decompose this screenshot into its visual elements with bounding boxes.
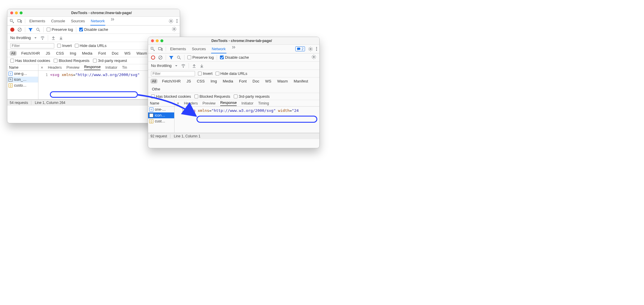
type-fetch-xhr[interactable]: Fetch/XHR	[20, 51, 41, 56]
wifi-icon[interactable]	[40, 36, 45, 40]
record-icon[interactable]	[10, 28, 14, 32]
tab-elements[interactable]: Elements	[29, 17, 46, 25]
preserve-log-checkbox[interactable]: Preserve log	[47, 27, 73, 32]
type-wasm[interactable]: Wasm	[276, 79, 289, 84]
invert-checkbox[interactable]: Invert	[198, 71, 213, 76]
device-toggle-icon[interactable]	[17, 19, 22, 23]
zoom-icon[interactable]	[20, 11, 23, 14]
minimize-icon[interactable]	[15, 11, 18, 14]
table-row[interactable]: ≡one-g…	[7, 71, 38, 77]
inspect-icon[interactable]	[150, 47, 155, 51]
tab-network[interactable]: Network	[211, 45, 226, 53]
search-icon[interactable]	[177, 55, 181, 60]
detail-tab-headers[interactable]: Headers	[184, 101, 198, 105]
type-css[interactable]: CSS	[55, 51, 65, 56]
blocked-cookies-checkbox[interactable]: Has blocked cookies	[151, 94, 191, 99]
blocked-cookies-checkbox[interactable]: Has blocked cookies	[10, 58, 50, 63]
detail-tab-timing[interactable]: Tin	[122, 65, 127, 70]
table-row[interactable]: ✎icon…	[148, 112, 174, 118]
wifi-icon[interactable]	[181, 63, 186, 68]
upload-icon[interactable]	[51, 36, 56, 40]
type-media[interactable]: Media	[221, 79, 235, 84]
disable-cache-checkbox[interactable]: Disable cache	[79, 27, 108, 32]
more-tabs-icon[interactable]	[231, 45, 236, 50]
detail-tab-preview[interactable]: Preview	[202, 101, 215, 105]
type-wasm[interactable]: Wasm	[135, 51, 148, 56]
download-icon[interactable]	[199, 63, 204, 68]
detail-tab-response[interactable]: Response	[220, 101, 237, 106]
tab-sources[interactable]: Sources	[191, 45, 206, 53]
thirdparty-checkbox[interactable]: 3rd-party requests	[234, 94, 270, 99]
caret-down-icon[interactable]	[34, 36, 37, 40]
kebab-menu-icon[interactable]	[316, 47, 317, 51]
type-manifest[interactable]: Manifest	[292, 79, 309, 84]
disable-cache-checkbox[interactable]: Disable cache	[220, 55, 249, 60]
detail-tab-headers[interactable]: Headers	[48, 65, 62, 70]
filter-input[interactable]	[151, 71, 195, 76]
type-doc[interactable]: Doc	[110, 51, 120, 56]
type-media[interactable]: Media	[81, 51, 94, 56]
tab-console[interactable]: Console	[50, 17, 66, 25]
type-font[interactable]: Font	[238, 79, 248, 84]
device-toggle-icon[interactable]	[158, 47, 163, 51]
tab-network[interactable]: Network	[90, 17, 106, 26]
thirdparty-checkbox[interactable]: 3rd-party request	[93, 58, 127, 63]
type-all[interactable]: All	[10, 51, 17, 56]
detail-tab-initiator[interactable]: Initiator	[241, 101, 253, 105]
name-column-header[interactable]: Name	[148, 100, 174, 107]
kebab-menu-icon[interactable]	[177, 19, 177, 23]
search-icon[interactable]	[36, 27, 40, 32]
hide-data-urls-checkbox[interactable]: Hide data URLs	[216, 71, 248, 76]
throttling-select[interactable]: No throttling	[10, 36, 31, 40]
issues-badge[interactable]: 2	[295, 46, 305, 51]
type-img[interactable]: Img	[68, 51, 78, 56]
type-font[interactable]: Font	[97, 51, 107, 56]
table-row[interactable]: ≡one-…	[148, 107, 174, 112]
tab-sources[interactable]: Sources	[70, 17, 86, 25]
name-column-header[interactable]: Name	[7, 64, 38, 71]
type-css[interactable]: CSS	[195, 79, 206, 84]
close-icon[interactable]	[10, 11, 13, 14]
type-js[interactable]: JS	[44, 51, 52, 56]
filter-icon[interactable]	[169, 55, 174, 60]
clear-icon[interactable]	[158, 55, 163, 60]
upload-icon[interactable]	[192, 63, 196, 68]
blocked-requests-checkbox[interactable]: Blocked Requests	[54, 58, 89, 63]
hide-data-urls-checkbox[interactable]: Hide data URLs	[75, 43, 107, 48]
close-details-icon[interactable]: ×	[41, 65, 43, 70]
zoom-icon[interactable]	[160, 39, 163, 42]
type-js[interactable]: JS	[185, 79, 192, 84]
detail-tab-preview[interactable]: Preview	[66, 65, 79, 70]
table-row[interactable]: ✎icon_…	[7, 77, 38, 82]
clear-icon[interactable]	[17, 27, 22, 32]
throttling-select[interactable]: No throttling	[151, 63, 172, 68]
type-ws[interactable]: WS	[264, 79, 273, 84]
tab-elements[interactable]: Elements	[170, 45, 187, 53]
gear-icon[interactable]	[168, 18, 174, 24]
table-row[interactable]: {}cust…	[148, 118, 174, 124]
detail-tab-response[interactable]: Response	[84, 65, 101, 70]
filter-input[interactable]	[10, 43, 54, 48]
filter-icon[interactable]	[28, 27, 33, 32]
type-other[interactable]: Othe	[150, 87, 162, 92]
download-icon[interactable]	[59, 36, 63, 40]
detail-tab-timing[interactable]: Timing	[258, 101, 269, 105]
record-icon[interactable]	[151, 55, 155, 60]
table-row[interactable]: {}custo…	[7, 82, 38, 88]
gear-icon[interactable]	[308, 46, 313, 52]
detail-tab-initiator[interactable]: Initiator	[105, 65, 117, 70]
inspect-icon[interactable]	[10, 19, 14, 23]
minimize-icon[interactable]	[156, 39, 159, 42]
close-icon[interactable]	[151, 39, 154, 42]
gear-icon[interactable]	[172, 26, 177, 32]
type-all[interactable]: All	[150, 79, 157, 84]
type-ws[interactable]: WS	[123, 51, 132, 56]
caret-down-icon[interactable]	[174, 64, 178, 68]
blocked-requests-checkbox[interactable]: Blocked Requests	[194, 94, 230, 99]
code-line[interactable]: <svg xmlns="http://www.w3.org/2000/svg" …	[186, 108, 319, 113]
type-doc[interactable]: Doc	[251, 79, 261, 84]
type-img[interactable]: Img	[209, 79, 218, 84]
type-fetch-xhr[interactable]: Fetch/XHR	[160, 79, 182, 84]
more-tabs-icon[interactable]	[110, 17, 115, 22]
gear-icon[interactable]	[311, 54, 316, 60]
